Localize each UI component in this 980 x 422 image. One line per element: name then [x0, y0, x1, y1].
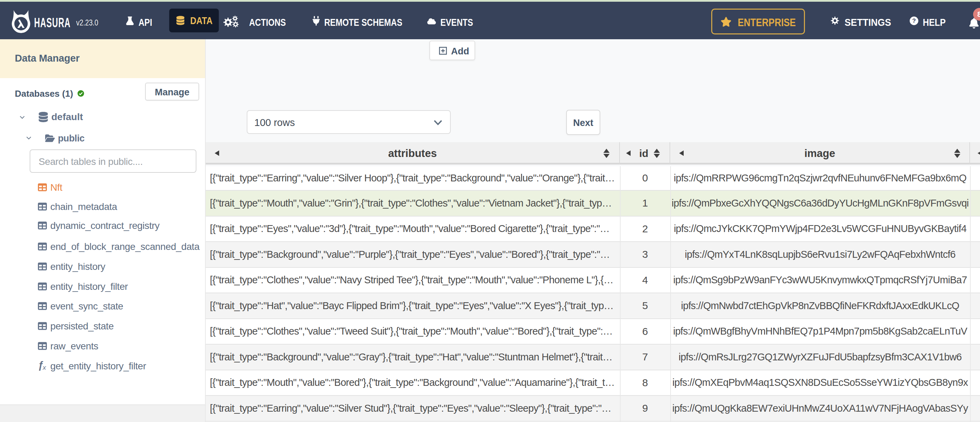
- svg-text:?: ?: [912, 17, 916, 24]
